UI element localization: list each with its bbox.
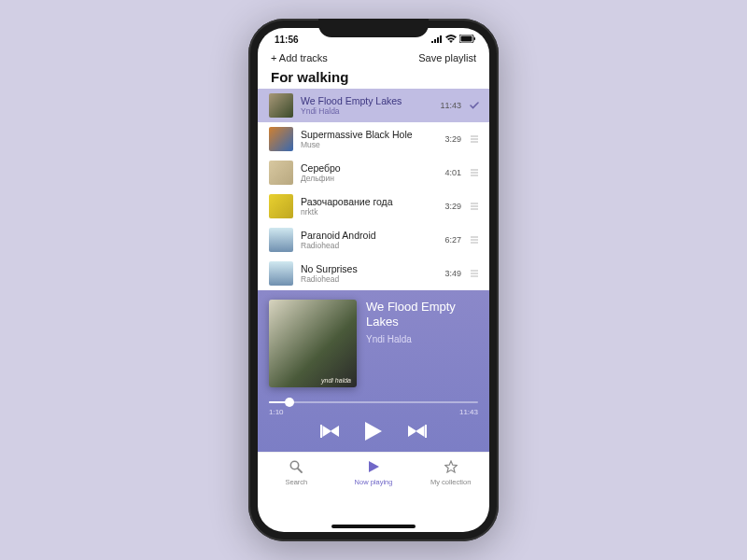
track-info: Разочарование годаnrktk xyxy=(301,196,430,217)
album-art xyxy=(269,194,293,218)
status-time: 11:56 xyxy=(275,35,299,45)
track-row[interactable]: Разочарование годаnrktk3:29 xyxy=(258,189,489,223)
save-playlist-button[interactable]: Save playlist xyxy=(418,52,476,63)
svg-rect-3 xyxy=(440,35,442,43)
track-info: Paranoid AndroidRadiohead xyxy=(301,230,430,250)
home-indicator[interactable] xyxy=(331,525,416,528)
screen: 11:56 + Add tracks Save playlist For wal… xyxy=(258,28,489,532)
tab-label: My collection xyxy=(430,478,471,486)
tab-search[interactable]: Search xyxy=(258,453,335,493)
progress-slider[interactable] xyxy=(269,397,478,410)
player-controls xyxy=(269,422,478,444)
track-artist: Yndi Halda xyxy=(301,106,430,116)
tab-now-playing[interactable]: Now playing xyxy=(335,453,413,493)
track-info: We Flood Empty LakesYndi Halda xyxy=(301,95,430,116)
track-artist: nrktk xyxy=(301,207,430,217)
phone-frame: 11:56 + Add tracks Save playlist For wal… xyxy=(248,19,499,541)
track-title: Supermassive Black Hole xyxy=(301,129,430,140)
track-artist: Radiohead xyxy=(301,241,430,250)
star-icon xyxy=(444,460,458,477)
tab-bar: Search Now playing My collection xyxy=(258,452,489,493)
drag-handle-icon[interactable] xyxy=(469,167,480,178)
track-artist: Radiohead xyxy=(301,274,430,284)
track-artist: Дельфин xyxy=(301,174,430,183)
album-art xyxy=(269,127,293,151)
top-bar: + Add tracks Save playlist xyxy=(258,50,489,67)
track-info: Supermassive Black HoleMuse xyxy=(301,129,430,149)
svg-rect-2 xyxy=(437,37,439,43)
previous-icon[interactable] xyxy=(320,425,339,441)
track-title: Серебро xyxy=(301,162,430,174)
track-row[interactable]: No SurprisesRadiohead3:49 xyxy=(258,257,489,290)
track-row[interactable]: СереброДельфин4:01 xyxy=(258,156,489,189)
playlist-title: For walking xyxy=(258,67,489,89)
battery-icon xyxy=(459,35,476,45)
track-title: No Surprises xyxy=(301,263,430,274)
track-info: СереброДельфин xyxy=(301,162,430,183)
track-duration: 3:29 xyxy=(437,202,461,211)
notch xyxy=(318,19,429,37)
player-album-art[interactable] xyxy=(269,300,357,387)
play-icon xyxy=(367,460,380,477)
svg-rect-1 xyxy=(434,39,436,43)
player-track-title: We Flood Empty Lakes xyxy=(366,300,478,329)
search-icon xyxy=(289,460,303,477)
track-info: No SurprisesRadiohead xyxy=(301,263,430,284)
album-art xyxy=(269,261,293,286)
track-title: Разочарование года xyxy=(301,196,430,207)
track-duration: 6:27 xyxy=(437,235,461,245)
album-art xyxy=(269,93,293,118)
track-title: We Flood Empty Lakes xyxy=(301,95,430,106)
drag-handle-icon[interactable] xyxy=(469,268,480,279)
svg-line-23 xyxy=(298,469,302,472)
drag-handle-icon[interactable] xyxy=(469,201,480,212)
add-tracks-button[interactable]: + Add tracks xyxy=(271,52,328,63)
track-list[interactable]: We Flood Empty LakesYndi Halda11:43Super… xyxy=(258,89,489,290)
track-duration: 3:29 xyxy=(437,134,461,144)
track-artist: Muse xyxy=(301,140,430,149)
track-title: Paranoid Android xyxy=(301,230,430,241)
signal-icon xyxy=(431,35,443,45)
tab-label: Now playing xyxy=(355,478,393,486)
album-art xyxy=(269,228,293,252)
track-row[interactable]: Paranoid AndroidRadiohead6:27 xyxy=(258,223,489,257)
next-icon[interactable] xyxy=(408,425,427,441)
play-icon[interactable] xyxy=(365,422,382,444)
now-playing-panel: We Flood Empty Lakes Yndi Halda 1:10 11:… xyxy=(258,290,489,452)
track-duration: 4:01 xyxy=(437,168,461,177)
wifi-icon xyxy=(445,35,457,45)
drag-handle-icon[interactable] xyxy=(469,133,480,145)
check-icon xyxy=(469,102,480,109)
svg-rect-0 xyxy=(431,41,433,43)
svg-rect-5 xyxy=(461,35,472,41)
status-icons xyxy=(431,35,476,45)
tab-label: Search xyxy=(285,478,307,486)
track-duration: 3:49 xyxy=(437,269,461,278)
player-track-artist: Yndi Halda xyxy=(366,334,478,344)
track-duration: 11:43 xyxy=(437,101,461,110)
album-art xyxy=(269,161,293,185)
tab-my-collection[interactable]: My collection xyxy=(412,453,489,493)
svg-rect-6 xyxy=(474,37,476,40)
drag-handle-icon[interactable] xyxy=(469,234,480,245)
track-row[interactable]: Supermassive Black HoleMuse3:29 xyxy=(258,122,489,156)
track-row[interactable]: We Flood Empty LakesYndi Halda11:43 xyxy=(258,89,489,122)
